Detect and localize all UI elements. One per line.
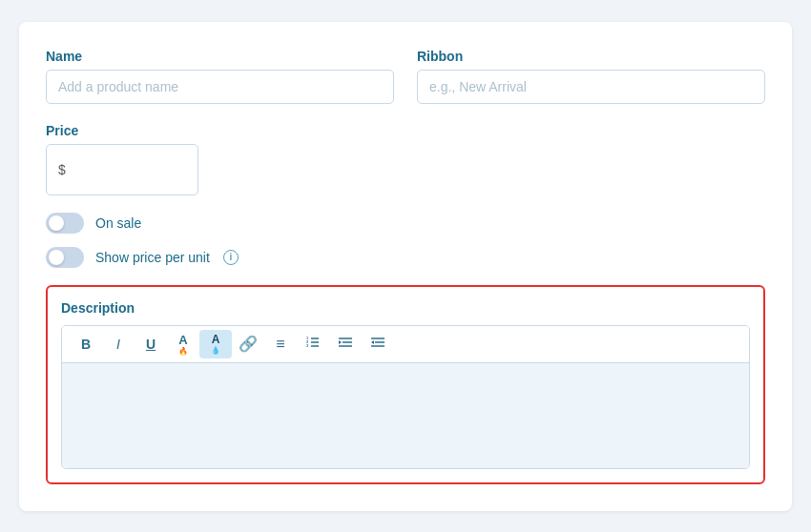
show-price-track: [46, 247, 84, 268]
currency-symbol: $: [58, 162, 66, 177]
italic-icon: I: [116, 337, 120, 352]
editor-body[interactable]: [62, 363, 749, 468]
svg-marker-9: [339, 340, 342, 344]
price-input[interactable]: [70, 153, 186, 186]
description-label: Description: [61, 300, 750, 316]
underline-button[interactable]: U: [135, 330, 167, 358]
link-icon: 🔗: [239, 335, 258, 353]
name-ribbon-row: Name Ribbon: [46, 49, 765, 104]
italic-button[interactable]: I: [102, 330, 135, 358]
highlight-icon: A 💧: [211, 333, 220, 355]
editor-wrapper: B I U A 🔥 A 💧: [61, 325, 750, 469]
info-icon[interactable]: i: [223, 250, 239, 265]
editor-toolbar: B I U A 🔥 A 💧: [62, 326, 749, 363]
name-field-group: Name: [46, 49, 394, 104]
indent-left-icon: [370, 335, 385, 353]
price-label: Price: [46, 123, 237, 138]
svg-text:3: 3: [306, 343, 309, 348]
font-color-icon: A 🔥: [178, 333, 188, 356]
bullet-list-icon: ≡: [276, 336, 284, 353]
show-price-toggle[interactable]: [46, 247, 84, 268]
show-price-label: Show price per unit: [95, 250, 210, 265]
ribbon-input[interactable]: [417, 70, 765, 104]
on-sale-label: On sale: [95, 215, 141, 231]
highlight-button[interactable]: A 💧: [199, 330, 232, 358]
product-form-card: Name Ribbon Price $ On sale Show price p…: [19, 22, 792, 511]
name-label: Name: [46, 49, 394, 64]
description-section: Description B I U A 🔥: [46, 285, 765, 484]
name-input[interactable]: [46, 70, 394, 104]
bold-button[interactable]: B: [70, 330, 102, 358]
font-color-button[interactable]: A 🔥: [167, 330, 199, 358]
bullet-list-button[interactable]: ≡: [264, 330, 297, 358]
on-sale-toggle[interactable]: [46, 213, 84, 234]
indent-right-button[interactable]: [329, 330, 362, 358]
ribbon-field-group: Ribbon: [417, 49, 765, 104]
indent-right-icon: [338, 335, 353, 353]
show-price-row: Show price per unit i: [46, 247, 765, 268]
on-sale-track: [46, 213, 84, 234]
ribbon-label: Ribbon: [417, 49, 765, 64]
price-field-group: Price $: [46, 123, 237, 195]
bold-icon: B: [81, 337, 91, 352]
link-button[interactable]: 🔗: [232, 330, 264, 358]
underline-icon: U: [146, 337, 156, 352]
ordered-list-icon: 1 2 3: [305, 335, 321, 353]
on-sale-row: On sale: [46, 213, 765, 234]
price-input-wrap[interactable]: $: [46, 144, 198, 195]
indent-left-button[interactable]: [362, 330, 394, 358]
ordered-list-button[interactable]: 1 2 3: [297, 330, 329, 358]
svg-marker-13: [371, 340, 374, 344]
